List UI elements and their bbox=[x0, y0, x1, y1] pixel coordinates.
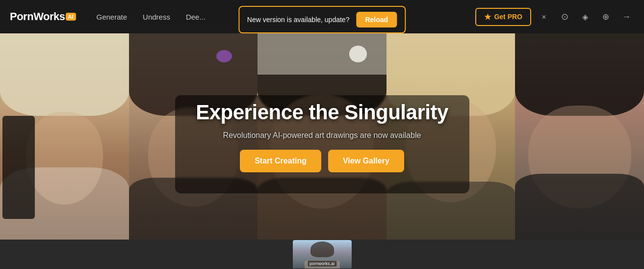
nav-right: ★ Get PRO ✕ ⊙ ◈ ⊕ → bbox=[475, 8, 634, 26]
update-message: New version is available, update? bbox=[247, 16, 350, 24]
hero-section: Experience the Singularity Revolutionary… bbox=[0, 33, 644, 240]
globe-icon: ⊕ bbox=[602, 12, 609, 22]
hero-content: Experience the Singularity Revolutionary… bbox=[196, 101, 448, 172]
hero-buttons: Start Creating View Gallery bbox=[240, 150, 404, 172]
view-gallery-button[interactable]: View Gallery bbox=[328, 150, 404, 172]
bottom-thumbnail[interactable]: pornworks.ai bbox=[293, 240, 352, 269]
globe-button[interactable]: ⊕ bbox=[598, 9, 614, 25]
twitter-x-icon: ✕ bbox=[541, 12, 546, 21]
reddit-button[interactable]: ⊙ bbox=[557, 9, 572, 25]
login-button[interactable]: → bbox=[618, 9, 634, 25]
get-pro-button[interactable]: ★ Get PRO bbox=[475, 8, 531, 26]
update-banner: New version is available, update? Reload bbox=[238, 6, 406, 33]
nav-undress[interactable]: Undress bbox=[137, 10, 176, 24]
hero-title: Experience the Singularity bbox=[196, 101, 448, 124]
bottom-strip: pornworks.ai bbox=[0, 240, 644, 269]
discord-icon: ◈ bbox=[582, 12, 588, 22]
start-creating-button[interactable]: Start Creating bbox=[240, 150, 321, 172]
logo[interactable]: PornWorks AI bbox=[10, 10, 76, 23]
login-icon: → bbox=[622, 12, 631, 22]
logo-text: PornWorks bbox=[10, 10, 65, 23]
star-icon: ★ bbox=[484, 12, 491, 22]
twitter-x-button[interactable]: ✕ bbox=[536, 9, 552, 25]
hero-overlay: Experience the Singularity Revolutionary… bbox=[0, 33, 644, 240]
nav-generate[interactable]: Generate bbox=[91, 10, 133, 24]
reload-button[interactable]: Reload bbox=[356, 12, 397, 27]
reddit-icon: ⊙ bbox=[561, 11, 568, 22]
nav-deepfake[interactable]: Dee... bbox=[180, 10, 211, 24]
hero-subtitle: Revolutionary AI-powered art drawings ar… bbox=[223, 131, 421, 140]
get-pro-label: Get PRO bbox=[494, 13, 522, 21]
thumbnail-watermark: pornworks.ai bbox=[308, 261, 336, 267]
discord-button[interactable]: ◈ bbox=[577, 9, 593, 25]
logo-badge: AI bbox=[66, 13, 76, 21]
